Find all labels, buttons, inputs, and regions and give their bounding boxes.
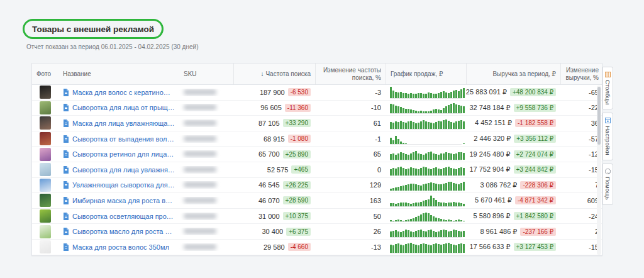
table-header: Фото Название SKU ↓ Частота поиска Измен…: [32, 64, 602, 85]
revenue-cell: 19 245 480 ₽+2 724 074 ₽: [466, 150, 560, 158]
product-name-link[interactable]: Сыворотка масло для роста ресниц и...: [72, 228, 175, 235]
column-header-frequency-label: Частота поиска: [265, 70, 311, 78]
vertical-scrollbar-thumb[interactable]: [597, 87, 601, 145]
chart-bar: [460, 120, 462, 129]
revenue-cell: 5 670 461 ₽-4 871 342 ₽: [466, 196, 560, 204]
photo-cell: [32, 163, 58, 176]
revenue-delta-badge: +2 724 074 ₽: [514, 150, 556, 158]
sku-cell: [179, 181, 233, 189]
chart-bar: [405, 109, 407, 114]
chart-bar: [390, 220, 392, 222]
sales-chart-cell: [386, 162, 466, 177]
chart-bar: [395, 244, 397, 252]
side-tab-help[interactable]: ?Помощь: [602, 164, 613, 205]
column-header-sales-chart[interactable]: График продаж, ₽: [386, 64, 466, 84]
chart-bar: [395, 155, 397, 160]
document-icon: [63, 150, 69, 158]
chart-bar: [408, 203, 409, 206]
side-tab-settings[interactable]: Настройки: [602, 113, 613, 160]
chart-bar: [448, 182, 450, 191]
column-header-sku[interactable]: SKU: [179, 70, 233, 78]
chart-bar: [413, 203, 414, 206]
chart-bar: [443, 184, 445, 191]
frequency-cell: 31 000+10 375: [233, 212, 315, 220]
chart-bar: [460, 220, 462, 222]
product-name-link[interactable]: Сыворотка для лица от прыщей и ак...: [72, 104, 175, 111]
product-name-link[interactable]: Маска для роста волос 350мл: [72, 243, 169, 251]
column-header-revenue[interactable]: Выручка за период, ₽: [466, 64, 560, 84]
chart-bar: [413, 168, 414, 175]
chart-bar: [415, 169, 417, 175]
vertical-scrollbar[interactable]: [597, 86, 601, 255]
chart-bar: [438, 93, 440, 98]
chart-bar: [450, 203, 452, 206]
chart-bar: [405, 143, 407, 144]
chart-bar: [423, 120, 425, 128]
chart-bar: [400, 142, 402, 145]
chart-bar: [400, 167, 402, 175]
chart-bar: [418, 153, 419, 160]
chart-bar: [448, 121, 450, 129]
column-header-frequency[interactable]: ↓ Частота поиска: [233, 64, 315, 84]
chart-bar: [395, 106, 397, 114]
sku-redacted-value: [184, 182, 216, 187]
chart-bar: [397, 153, 399, 160]
chart-bar: [455, 230, 457, 237]
settings-icon: [605, 118, 611, 123]
chart-bar: [400, 245, 402, 253]
chart-bar: [463, 143, 465, 144]
column-header-revenue-change[interactable]: Изменение выручки, %: [560, 64, 603, 84]
chart-bar: [428, 169, 430, 175]
product-name-link[interactable]: Сыворотка от выпадения волос CH6 ...: [72, 135, 175, 143]
revenue-value: 3 086 762 ₽: [480, 181, 517, 189]
chart-bar: [415, 203, 417, 206]
chart-bar: [408, 230, 409, 237]
sort-desc-icon[interactable]: ↓: [260, 70, 264, 78]
side-tab-columns[interactable]: Столбцы: [602, 67, 613, 109]
product-name-link[interactable]: Имбирная маска для роста волос: [72, 197, 175, 204]
sales-chart-cell: [386, 116, 466, 131]
sku-redacted-value: [184, 120, 216, 126]
column-header-frequency-change[interactable]: Изменение частоты поиска, %: [315, 64, 386, 84]
product-photo: [40, 225, 51, 238]
chart-bar: [433, 183, 435, 191]
chart-bar: [395, 92, 397, 98]
frequency-change-cell: 61: [315, 120, 386, 127]
sku-redacted-value: [184, 89, 216, 95]
chart-bar: [413, 94, 414, 98]
product-name-link[interactable]: Маска для лица увлажняющая гидро...: [72, 120, 175, 127]
frequency-delta-badge: +33 290: [283, 119, 311, 127]
photo-cell: [32, 101, 58, 114]
chart-bar: [450, 182, 452, 191]
chart-bar: [438, 121, 440, 129]
table-row: Увлажняющая сыворотка для волос ...46 54…: [32, 178, 602, 194]
sales-chart-cell: [386, 178, 466, 193]
chart-bar: [448, 153, 450, 160]
product-name-link[interactable]: Сыворотка осветляющая против пиг...: [72, 213, 175, 220]
chart-bar: [463, 106, 465, 113]
chart-bar: [440, 169, 442, 175]
sales-bar-chart: [390, 148, 462, 160]
chart-bar: [445, 120, 447, 128]
product-name-link[interactable]: Маска для волос с кератином увлаж...: [72, 89, 175, 96]
frequency-change-cell: 163: [315, 197, 386, 204]
chart-bar: [408, 109, 409, 113]
product-name-link[interactable]: Увлажняющая сыворотка для волос ...: [72, 181, 175, 189]
chart-bar: [423, 243, 425, 252]
chart-bar: [428, 230, 430, 237]
column-header-name[interactable]: Название: [58, 70, 179, 78]
products-table: Фото Название SKU ↓ Частота поиска Измен…: [31, 63, 602, 256]
chart-bar: [397, 122, 399, 129]
product-name-link[interactable]: Сыворотка для лица увлажняющая с ...: [72, 166, 175, 174]
chart-bar: [440, 245, 442, 253]
chart-bar: [440, 230, 442, 237]
document-icon: [63, 197, 69, 204]
chart-bar: [440, 184, 442, 191]
chart-bar: [400, 186, 402, 191]
revenue-value: 8 961 486 ₽: [480, 228, 517, 236]
sales-bar-chart: [390, 195, 462, 207]
chart-bar: [405, 169, 407, 175]
product-name-link[interactable]: Сыворотка ретинол для лица 30 мл: [72, 150, 175, 158]
column-header-photo[interactable]: Фото: [32, 70, 58, 78]
chart-bar: [410, 231, 412, 237]
